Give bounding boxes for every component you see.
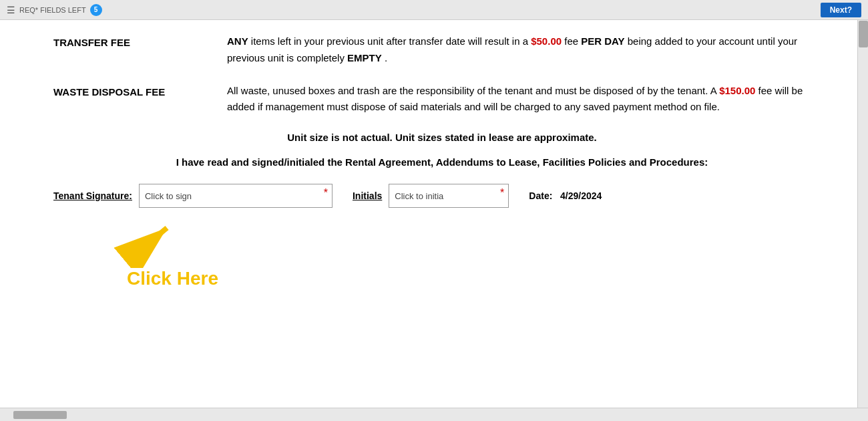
read-confirm-text: I have read and signed/initialed the Ren… [53,156,831,168]
per-day-text: PER DAY [581,35,624,47]
empty-text: EMPTY [347,52,382,63]
scrollbar-thumb[interactable] [859,21,868,47]
date-label: Date: 4/29/2024 [529,190,602,201]
bottom-scroll-thumb[interactable] [13,411,67,419]
next-button[interactable]: Next? [821,3,861,17]
initials-required-star: * [500,187,504,199]
req-fields-indicator: ☰ REQ* FIELDS LEFT 5 [7,4,102,16]
req-fields-label: REQ* FIELDS LEFT [19,6,86,14]
initials-group: Initials Click to initia * [353,184,509,208]
transfer-fee-body2: fee [562,35,581,47]
bottom-scrollbar[interactable] [0,408,868,421]
transfer-fee-section: TRANSFER FEE ANY items left in your prev… [53,33,831,67]
click-here-text: Click Here [127,268,831,289]
waste-disposal-fee-text: All waste, unused boxes and trash are th… [227,83,831,116]
waste-disposal-fee-section: WASTE DISPOSAL FEE All waste, unused box… [53,83,831,116]
date-group: Date: 4/29/2024 [529,190,602,201]
top-bar: ☰ REQ* FIELDS LEFT 5 Next? [0,0,868,20]
transfer-fee-label: TRANSFER FEE [53,33,227,67]
hamburger-icon[interactable]: ☰ [7,5,15,15]
tenant-signature-box[interactable]: Click to sign * [139,184,333,208]
initials-label: Initials [353,190,382,201]
tenant-signature-required-star: * [324,187,328,199]
initials-placeholder: Click to initia [395,191,443,201]
main-content: TRANSFER FEE ANY items left in your prev… [0,20,857,408]
transfer-fee-end: . [382,52,387,63]
waste-fee-body1: All waste, unused boxes and trash are th… [227,85,719,96]
transfer-fee-amount: $50.00 [531,35,562,47]
transfer-fee-text: ANY items left in your previous unit aft… [227,33,831,67]
req-fields-count: 5 [90,4,102,16]
tenant-signature-label: Tenant Signature: [53,190,132,201]
scrollbar-track[interactable] [857,20,868,408]
transfer-fee-body1: items left in your previous unit after t… [248,35,531,47]
signature-row: Tenant Signature: Click to sign * Initia… [53,184,831,208]
tenant-signature-placeholder: Click to sign [145,191,192,201]
waste-disposal-fee-label: WASTE DISPOSAL FEE [53,83,227,116]
arrow-container [107,215,240,268]
waste-fee-amount: $150.00 [719,85,755,96]
any-text: ANY [227,35,248,47]
click-arrow-icon [107,215,187,268]
tenant-signature-group: Tenant Signature: Click to sign * [53,184,333,208]
initials-box[interactable]: Click to initia * [389,184,509,208]
click-here-annotation: Click Here [107,215,831,289]
svg-line-1 [127,228,167,261]
date-value: 4/29/2024 [560,190,602,201]
unit-size-notice: Unit size is not actual. Unit sizes stat… [53,132,831,143]
